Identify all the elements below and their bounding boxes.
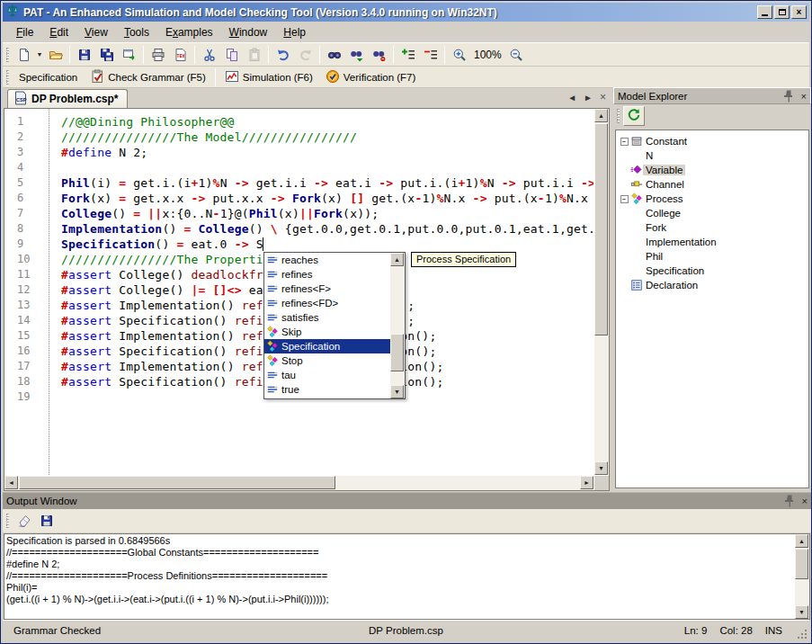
output-scroll-down-icon[interactable]: ▼ (795, 605, 808, 619)
editor-vertical-scrollbar[interactable]: ▲ ▼ (594, 109, 609, 475)
verification-button[interactable]: Verification (F7) (319, 67, 423, 86)
autocomplete-item[interactable]: Skip (264, 325, 390, 339)
refresh-button[interactable] (623, 106, 645, 126)
latex-export-button[interactable]: TEX (169, 44, 192, 65)
save-button[interactable] (73, 44, 95, 65)
tree-item-n[interactable]: N (618, 148, 808, 163)
tree-collapse-icon[interactable]: − (620, 138, 629, 146)
line-number: 2 (17, 130, 49, 145)
replace-button[interactable] (368, 44, 390, 65)
popup-scroll-down-icon[interactable]: ▼ (390, 385, 404, 398)
editor-horizontal-scrollbar[interactable]: ◄ ► (4, 476, 593, 490)
model-explorer-panel: Model Explorer × −ConstantNVariableChann… (613, 87, 811, 491)
tree-item-implementation[interactable]: Implementation (618, 235, 808, 249)
menu-help[interactable]: Help (275, 23, 314, 41)
new-button[interactable] (13, 44, 35, 65)
tab-scroll-right-icon[interactable]: ► (584, 93, 593, 103)
autocomplete-item[interactable]: Stop (264, 353, 390, 368)
autocomplete-item-label: refines (281, 269, 313, 280)
output-text-panel[interactable]: Specification is parsed in 0.6849566s//=… (4, 533, 810, 620)
scroll-up-icon[interactable]: ▲ (594, 109, 608, 122)
find-button[interactable] (323, 44, 345, 65)
zoom-out-button[interactable] (505, 44, 528, 65)
outdent-button[interactable] (419, 44, 442, 65)
output-scroll-up-icon[interactable]: ▲ (795, 534, 808, 548)
hscroll-thumb[interactable] (19, 476, 335, 489)
menu-file[interactable]: File (8, 23, 41, 41)
tree-item-label: Declaration (643, 280, 700, 291)
tree-item-channel[interactable]: Channel (618, 177, 808, 192)
tree-item-phil[interactable]: Phil (618, 249, 808, 264)
open-button[interactable] (44, 44, 67, 65)
scroll-left-icon[interactable]: ◄ (4, 476, 18, 489)
output-scrollbar[interactable]: ▲ ▼ (795, 534, 809, 619)
menu-examples[interactable]: Examples (157, 23, 221, 41)
output-text: Specification is parsed in 0.6849566s//=… (6, 535, 794, 618)
autocomplete-list: reachesrefinesrefines<F>refines<FD>satis… (264, 253, 390, 398)
save-output-button[interactable] (35, 511, 58, 532)
tree-item-variable[interactable]: Variable (618, 163, 808, 177)
close-button[interactable]: × (791, 5, 807, 19)
menu-bar: FileEditViewToolsExamplesWindowHelp (3, 22, 809, 42)
menu-edit[interactable]: Edit (41, 23, 76, 41)
autocomplete-item[interactable]: true (264, 382, 390, 397)
output-scroll-thumb[interactable] (795, 549, 808, 579)
vscroll-thumb[interactable] (594, 123, 608, 335)
copy-button[interactable] (220, 44, 243, 65)
popup-scroll-up-icon[interactable]: ▲ (390, 253, 404, 266)
print-button[interactable] (147, 44, 169, 65)
autocomplete-item-selected[interactable]: Specification (264, 339, 390, 353)
tree-item-constant[interactable]: −Constant (618, 134, 808, 148)
scroll-right-icon[interactable]: ► (580, 476, 593, 489)
simulation-button[interactable]: Simulation (F6) (219, 67, 319, 86)
line-number: 4 (17, 160, 49, 175)
popup-scrollbar[interactable]: ▲ ▼ (390, 253, 405, 398)
new-dropdown-icon[interactable]: ▼ (35, 44, 44, 65)
autocomplete-item[interactable]: reaches (264, 253, 390, 267)
tree-item-fork[interactable]: Fork (618, 220, 808, 235)
tab-close-icon[interactable]: × (600, 91, 606, 103)
cut-button[interactable] (198, 44, 220, 65)
output-close-icon[interactable]: × (802, 496, 808, 506)
resize-grip[interactable] (796, 628, 808, 640)
code-line (61, 160, 593, 175)
output-line: //====================Global Constants==… (6, 547, 794, 559)
menu-tools[interactable]: Tools (116, 23, 157, 41)
output-window-panel: Output Window × Specification is parsed … (3, 492, 811, 621)
export-view-button[interactable] (118, 44, 140, 65)
close-icon[interactable]: × (801, 91, 807, 102)
tab-scroll-left-icon[interactable]: ◄ (567, 93, 576, 103)
tree-collapse-icon[interactable]: − (620, 195, 629, 203)
tree-item-specification[interactable]: Specification (618, 264, 808, 278)
check-grammar-button[interactable]: Check Grammar (F5) (84, 67, 212, 86)
clear-button[interactable] (13, 511, 35, 532)
specification-button[interactable]: Specification (13, 67, 84, 86)
document-tab[interactable]: CSP DP Problem.csp* (7, 89, 128, 108)
zoom-in-button[interactable] (448, 44, 470, 65)
autocomplete-item[interactable]: refines (264, 267, 390, 282)
indent-button[interactable] (397, 44, 419, 65)
popup-scroll-thumb[interactable] (390, 334, 404, 371)
tree-item-declaration[interactable]: Declaration (618, 278, 808, 292)
tree-item-college[interactable]: College (618, 206, 808, 220)
menu-view[interactable]: View (76, 23, 116, 41)
autocomplete-item[interactable]: tau (264, 368, 390, 382)
autocomplete-item[interactable]: refines<F> (264, 282, 390, 296)
maximize-button[interactable] (774, 5, 790, 19)
title-bar: PAT - An Enhanced Simulation and Model C… (3, 3, 809, 22)
minimize-button[interactable] (757, 5, 772, 19)
output-pin-icon[interactable] (782, 494, 797, 508)
scroll-down-icon[interactable]: ▼ (594, 461, 608, 475)
undo-button[interactable] (272, 44, 294, 65)
tree-item-process[interactable]: −Process (618, 192, 808, 206)
autocomplete-item[interactable]: satisfies (264, 310, 390, 325)
save-all-button[interactable] (95, 44, 118, 65)
menu-window[interactable]: Window (221, 23, 276, 41)
tree-item-label: Phil (643, 251, 665, 262)
output-line: Phil(i)= (6, 582, 794, 594)
autocomplete-item[interactable]: refines<FD> (264, 296, 390, 310)
pin-icon[interactable] (781, 89, 796, 103)
tree-item-label: Process (643, 193, 686, 204)
output-window-header: Output Window × (3, 492, 811, 509)
find-next-button[interactable] (345, 44, 368, 65)
